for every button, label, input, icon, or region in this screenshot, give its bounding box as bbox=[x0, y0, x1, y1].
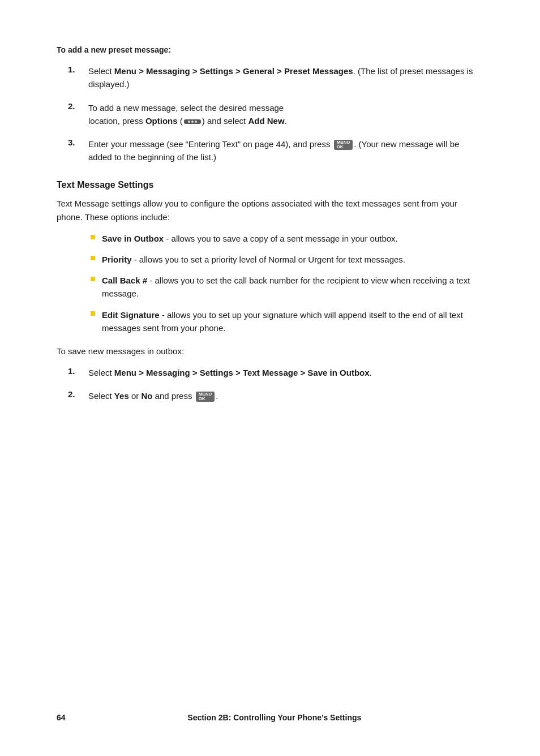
body-paragraph: Text Message settings allow you to confi… bbox=[57, 197, 483, 224]
list-item: 1. Select Menu > Messaging > Settings > … bbox=[57, 366, 483, 379]
bullet-text: Call Back # - allows you to set the call… bbox=[102, 274, 483, 300]
section-title: Section 2B: Controlling Your Phone’s Set… bbox=[66, 713, 483, 722]
page: To add a new preset message: 1. Select M… bbox=[0, 0, 540, 756]
step-number: 1. bbox=[68, 366, 84, 376]
list-item: Save in Outbox - allows you to save a co… bbox=[91, 232, 483, 245]
section-heading: Text Message Settings bbox=[57, 180, 483, 190]
bullet-icon bbox=[91, 311, 95, 316]
step-number: 1. bbox=[68, 65, 84, 74]
step1-content: Select Menu > Messaging > Settings > Gen… bbox=[88, 65, 483, 91]
list-item: 3. Enter your message (see “Entering Tex… bbox=[57, 138, 483, 164]
save-label: To save new messages in outbox: bbox=[57, 345, 483, 358]
page-number: 64 bbox=[57, 713, 66, 722]
list-item: 1. Select Menu > Messaging > Settings > … bbox=[57, 65, 483, 91]
save-steps-list: 1. Select Menu > Messaging > Settings > … bbox=[57, 366, 483, 403]
step-number: 2. bbox=[68, 389, 84, 399]
save-step1-content: Select Menu > Messaging > Settings > Tex… bbox=[88, 366, 483, 379]
step2-content: To add a new message, select the desired… bbox=[88, 101, 483, 128]
save-step2-content: Select Yes or No and press MENUOK. bbox=[88, 389, 483, 402]
options-icon bbox=[184, 119, 201, 124]
list-item: Edit Signature - allows you to set up yo… bbox=[91, 308, 483, 335]
list-item: Priority - allows you to set a priority … bbox=[91, 253, 483, 266]
step-number: 3. bbox=[68, 138, 84, 147]
bullet-icon bbox=[91, 256, 95, 260]
menu-ok-icon: MENUOK bbox=[334, 140, 353, 150]
step3-content: Enter your message (see “Entering Text” … bbox=[88, 138, 483, 164]
bullet-text: Save in Outbox - allows you to save a co… bbox=[102, 232, 483, 245]
bullet-text: Priority - allows you to set a priority … bbox=[102, 253, 483, 266]
intro-label: To add a new preset message: bbox=[57, 45, 483, 54]
list-item: 2. To add a new message, select the desi… bbox=[57, 101, 483, 128]
menu-ok-icon-2: MENUOK bbox=[196, 392, 215, 402]
options-list: Save in Outbox - allows you to save a co… bbox=[91, 232, 483, 335]
bullet-text: Edit Signature - allows you to set up yo… bbox=[102, 308, 483, 335]
bullet-icon bbox=[91, 235, 95, 239]
list-item: 2. Select Yes or No and press MENUOK. bbox=[57, 389, 483, 402]
bullet-icon bbox=[91, 277, 95, 281]
preset-steps-list: 1. Select Menu > Messaging > Settings > … bbox=[57, 65, 483, 164]
step-number: 2. bbox=[68, 101, 84, 111]
footer: 64 Section 2B: Controlling Your Phone’s … bbox=[57, 713, 483, 722]
list-item: Call Back # - allows you to set the call… bbox=[91, 274, 483, 300]
